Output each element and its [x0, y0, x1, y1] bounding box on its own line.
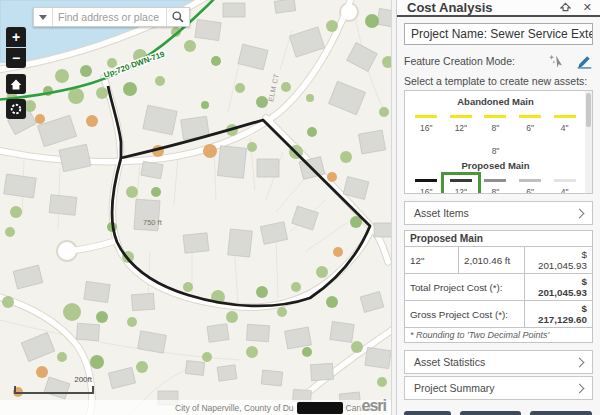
search-icon	[171, 10, 185, 24]
house-footprint	[49, 195, 77, 216]
export-report-button[interactable]: Export Report	[530, 411, 592, 415]
asset-items-section[interactable]: Asset Items	[404, 201, 593, 225]
house-footprint	[347, 43, 378, 72]
template-item[interactable]: 6"	[513, 175, 547, 194]
tree	[126, 186, 138, 198]
tree	[277, 307, 287, 317]
map-basemap: Up-720 DWN-719 750 ft ELM CT	[0, 0, 391, 415]
house-footprint	[285, 327, 312, 349]
template-item[interactable]: 8"	[478, 175, 512, 194]
tree	[35, 114, 45, 124]
template-swatch	[450, 179, 472, 182]
tree	[256, 286, 268, 298]
draw-mode-icon[interactable]	[575, 53, 593, 69]
search-source-dropdown[interactable]	[34, 8, 53, 26]
zoom-out-button[interactable]: −	[6, 48, 26, 68]
asset-statistics-label: Asset Statistics	[414, 356, 485, 368]
template-scrollbar[interactable]	[585, 91, 592, 193]
map-canvas[interactable]: Up-720 DWN-719 750 ft ELM CT + −	[0, 0, 391, 415]
tree	[68, 88, 84, 104]
locate-button[interactable]	[6, 99, 26, 119]
scrollbar-thumb[interactable]	[586, 93, 591, 127]
tree	[10, 206, 22, 218]
house-footprint	[13, 265, 43, 289]
tree	[2, 296, 14, 308]
house-footprint	[185, 361, 204, 376]
template-item[interactable]: 16"	[409, 175, 443, 194]
cost-table-row: 12" 2,010.46 ft $ 201,045.93	[405, 247, 593, 274]
search-input[interactable]	[53, 8, 166, 26]
smart-mode-icon[interactable]	[548, 53, 566, 69]
chevron-right-icon	[575, 357, 585, 367]
house-footprint	[108, 367, 135, 388]
tree	[203, 144, 217, 158]
panel-title: Cost Analysis	[407, 0, 493, 15]
template-item[interactable]: 12"	[444, 175, 478, 194]
house-footprint	[223, 3, 245, 17]
total-cost-label: Total Project Cost (*):	[405, 274, 525, 301]
tree	[90, 355, 104, 369]
tree	[379, 107, 389, 117]
tree	[36, 366, 48, 378]
tree	[155, 76, 165, 86]
chevron-down-icon	[39, 15, 47, 20]
tree	[136, 361, 148, 373]
zoom-in-button[interactable]: +	[6, 27, 26, 47]
template-item[interactable]: 6"	[513, 111, 547, 134]
tree	[123, 82, 137, 96]
street-label: ELM CT	[267, 72, 280, 102]
panel-header: Cost Analysis ✕	[397, 0, 600, 17]
template-swatch	[485, 138, 507, 141]
back-button[interactable]: Back	[404, 411, 451, 415]
template-size-label: 8"	[492, 146, 500, 156]
project-summary-label: Project Summary	[414, 382, 495, 394]
template-item[interactable]: 4"	[548, 175, 582, 194]
template-group-title: Abandoned Main	[409, 96, 582, 107]
tree	[80, 65, 92, 77]
gross-cost-value: $ 217,129.60	[525, 301, 593, 328]
feature-creation-label: Feature Creation Mode:	[404, 55, 515, 67]
template-swatch	[484, 179, 506, 182]
house-footprint	[218, 146, 247, 179]
house-footprint	[238, 44, 268, 70]
tree	[351, 341, 363, 353]
template-size-label: 16"	[420, 187, 432, 194]
template-item[interactable]: 4"	[548, 111, 582, 134]
dock-icon[interactable]	[560, 2, 571, 14]
template-list: Abandoned Main16"12"8"6"4"8"Proposed Mai…	[404, 90, 593, 194]
template-size-label: 12"	[455, 187, 467, 194]
search-button[interactable]	[166, 8, 189, 26]
rounding-footnote: * Rounding to 'Two Decimal Points'	[405, 328, 593, 343]
cost-table: Proposed Main 12" 2,010.46 ft $ 201,045.…	[404, 230, 593, 343]
template-item[interactable]: 12"	[444, 111, 478, 134]
tree	[63, 303, 81, 321]
template-instruction: Select a template to create new assets:	[404, 75, 593, 87]
tree	[256, 96, 268, 108]
close-icon[interactable]: ✕	[583, 2, 592, 13]
template-item[interactable]: 16"	[409, 111, 443, 134]
chevron-right-icon	[575, 208, 585, 218]
template-size-label: 12"	[455, 123, 467, 133]
chevron-right-icon	[575, 383, 585, 393]
tree	[327, 172, 337, 182]
template-item[interactable]: 8"	[479, 134, 513, 157]
house-footprint	[246, 324, 269, 341]
tree	[211, 56, 221, 66]
house-footprint	[365, 347, 391, 368]
esri-logo: esri	[362, 397, 386, 415]
template-item[interactable]: 8"	[478, 111, 512, 134]
tree	[326, 20, 338, 32]
tree	[291, 282, 301, 292]
refresh-button[interactable]: Refresh	[460, 411, 521, 415]
project-name: Project Name: Sewer Service Extension	[404, 23, 593, 45]
project-summary-section[interactable]: Project Summary	[404, 376, 593, 400]
home-button[interactable]	[6, 74, 26, 94]
distance-label: 750 ft	[143, 218, 163, 227]
feature-creation-row: Feature Creation Mode:	[404, 50, 593, 72]
house-footprint	[141, 161, 163, 178]
house-footprint	[131, 293, 154, 310]
house-footprint	[183, 233, 209, 253]
tree	[306, 94, 314, 102]
template-size-label: 6"	[526, 187, 534, 194]
asset-statistics-section[interactable]: Asset Statistics	[404, 350, 593, 374]
